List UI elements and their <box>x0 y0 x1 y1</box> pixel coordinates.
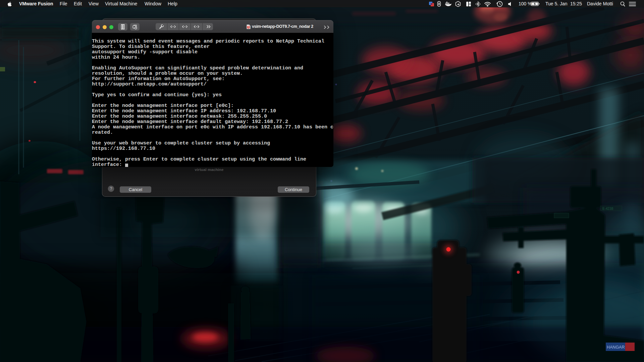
svg-text:HANGAR: HANGAR <box>607 345 625 350</box>
svg-text:E-4238: E-4238 <box>602 207 613 210</box>
